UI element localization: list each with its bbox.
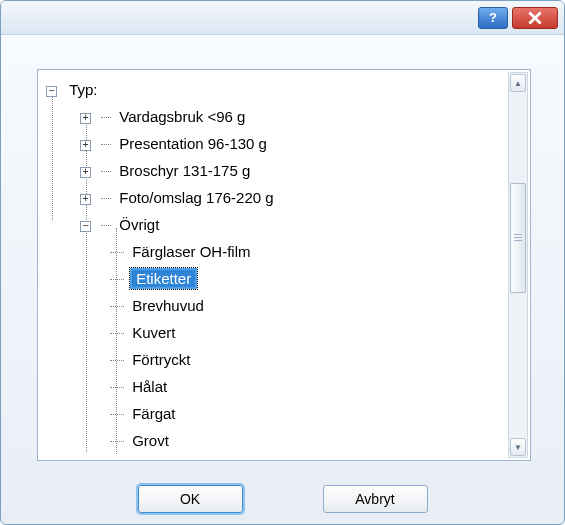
tree-label-selected: Etiketter	[130, 268, 197, 289]
tree-connector	[101, 171, 111, 172]
tree-node[interactable]: + Presentation 96-130 g	[44, 130, 504, 157]
tree-label: Broschyr 131-175 g	[117, 162, 252, 179]
ok-button[interactable]: OK	[138, 485, 243, 513]
chevron-up-icon: ▲	[514, 79, 522, 88]
titlebar: ?	[1, 1, 564, 35]
cancel-button[interactable]: Avbryt	[323, 485, 428, 513]
tree-panel: − Typ: + Vardagsbruk <96 g + Presentatio…	[37, 69, 531, 461]
tree-label: Färglaser OH-film	[130, 243, 252, 260]
tree-label: Typ:	[67, 81, 99, 98]
tree-connector	[101, 117, 111, 118]
chevron-down-icon: ▼	[514, 443, 522, 452]
tree-connector	[110, 387, 124, 388]
tree-connector	[110, 441, 124, 442]
tree-connector	[110, 333, 124, 334]
dialog-window: ? − Typ: + Vardagsbruk <96 g +	[0, 0, 565, 525]
scroll-down-button[interactable]: ▼	[510, 438, 526, 456]
tree-label: Brevhuvud	[130, 297, 206, 314]
tree-leaf[interactable]: Förtryckt	[44, 346, 504, 373]
tree-label: Hålat	[130, 378, 169, 395]
collapse-icon[interactable]: −	[80, 221, 91, 232]
dialog-footer: OK Avbryt	[1, 474, 564, 524]
tree-label: Presentation 96-130 g	[117, 135, 269, 152]
collapse-icon[interactable]: −	[46, 86, 57, 97]
help-button[interactable]: ?	[478, 7, 508, 29]
tree-label: Foto/omslag 176-220 g	[117, 189, 275, 206]
tree-leaf[interactable]: Grovt	[44, 427, 504, 454]
tree-label: Övrigt	[117, 216, 161, 233]
tree-connector	[101, 198, 111, 199]
tree-node-root[interactable]: − Typ:	[44, 76, 504, 103]
tree-view[interactable]: − Typ: + Vardagsbruk <96 g + Presentatio…	[44, 76, 504, 454]
expand-icon[interactable]: +	[80, 113, 91, 124]
tree-leaf[interactable]: Hålat	[44, 373, 504, 400]
tree-label: Grovt	[130, 432, 171, 449]
tree-node[interactable]: + Vardagsbruk <96 g	[44, 103, 504, 130]
close-button[interactable]	[512, 7, 558, 29]
tree-connector	[110, 414, 124, 415]
tree-leaf[interactable]: Brevhuvud	[44, 292, 504, 319]
tree-label: Vardagsbruk <96 g	[117, 108, 247, 125]
tree-leaf[interactable]: Kuvert	[44, 319, 504, 346]
tree-connector	[110, 252, 124, 253]
help-icon: ?	[489, 10, 497, 25]
button-label: OK	[180, 491, 200, 507]
tree-connector	[101, 225, 111, 226]
tree-connector	[110, 306, 124, 307]
tree-node[interactable]: + Broschyr 131-175 g	[44, 157, 504, 184]
expand-icon[interactable]: +	[80, 140, 91, 151]
expand-icon[interactable]: +	[80, 194, 91, 205]
tree-leaf[interactable]: Färgat	[44, 400, 504, 427]
close-icon	[528, 11, 542, 25]
tree-label: Färgat	[130, 405, 177, 422]
tree-node[interactable]: + Foto/omslag 176-220 g	[44, 184, 504, 211]
button-label: Avbryt	[355, 491, 394, 507]
scroll-up-button[interactable]: ▲	[510, 74, 526, 92]
tree-connector	[110, 360, 124, 361]
tree-leaf[interactable]: Etiketter	[44, 265, 504, 292]
tree-label: Kuvert	[130, 324, 177, 341]
tree-connector	[110, 279, 124, 280]
tree-label: Förtryckt	[130, 351, 192, 368]
tree-connector	[101, 144, 111, 145]
tree-leaf[interactable]: Färglaser OH-film	[44, 238, 504, 265]
expand-icon[interactable]: +	[80, 167, 91, 178]
vertical-scrollbar[interactable]: ▲ ▼	[508, 72, 528, 458]
scroll-thumb[interactable]	[510, 183, 526, 293]
tree-node[interactable]: − Övrigt	[44, 211, 504, 238]
